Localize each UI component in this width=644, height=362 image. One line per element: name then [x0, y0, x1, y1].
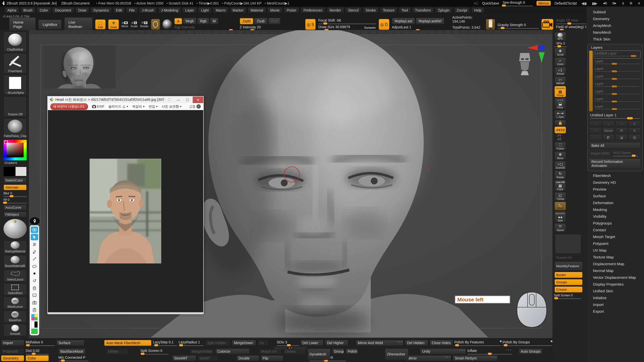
line-tool-button[interactable] — [31, 256, 38, 262]
bottom-control[interactable]: Auto Mask FiberMesh — [104, 340, 151, 346]
brush-size-dot[interactable] — [31, 270, 38, 277]
bottom-control[interactable]: Colorize — [215, 348, 250, 354]
tool-palette-item[interactable]: Display Properties — [586, 281, 644, 288]
menu-item[interactable]: J-Modeling — [158, 7, 181, 13]
bottom-control[interactable]: Delete — [106, 348, 128, 354]
switchcolor-button[interactable]: SwitchColor — [4, 177, 27, 183]
tool-palette-item[interactable]: Deformation — [586, 199, 644, 206]
edit-button[interactable]: ⬚ Edit — [95, 19, 106, 29]
layer-row[interactable]: Layer — [594, 96, 641, 104]
right-tray-toggle-icon[interactable]: ▮▮▸ — [591, 2, 598, 5]
texture-thumbnail[interactable] — [555, 234, 581, 254]
tool-palette-item[interactable]: NanoMesh — [586, 29, 644, 36]
bottom-control[interactable]: Color — [26, 355, 49, 361]
bookmark-menu[interactable]: 책갈피 — [132, 104, 145, 109]
floor-button[interactable]: X Y Z ⬓ Floor — [554, 98, 566, 109]
rotate-z-button[interactable]: ↺Z — [557, 138, 586, 141]
transparency-button[interactable]: ◱Transp — [554, 192, 566, 201]
tool-palette-item[interactable]: FiberMesh — [586, 172, 644, 179]
select-lasso-brush[interactable]: SelectLasso — [4, 270, 27, 282]
tool-palette-item[interactable]: Preview — [586, 186, 644, 193]
tool-palette-item[interactable]: Contact — [586, 227, 644, 233]
default-zscript-button[interactable]: DefaultZScript — [554, 1, 577, 5]
clipboard-button[interactable] — [31, 307, 38, 313]
focal-shift-slider[interactable]: Focal Shift -56 — [318, 18, 376, 24]
actual-button[interactable]: ⌕1Actual — [554, 67, 566, 76]
menu-item[interactable]: Material — [248, 7, 266, 13]
bottom-control[interactable]: DynaMesh — [307, 348, 331, 360]
menu-item[interactable]: J-Brush — [139, 7, 157, 13]
slideshow-menu[interactable]: 슬라이드 쇼 — [108, 104, 128, 109]
menu-item[interactable]: Movie — [267, 7, 282, 13]
layer-action-button[interactable]: → — [615, 121, 628, 127]
photo-viewer-window[interactable]: Head 사진 레퍼런스 > 49217dd52f7d7b542151af3f2… — [47, 96, 204, 314]
tool-palette-item[interactable]: Vector Displacement Map — [586, 274, 644, 281]
tool-palette-item[interactable]: Polypaint — [586, 240, 644, 247]
smooth-brush[interactable]: Smooth — [4, 324, 27, 336]
document-canvas[interactable]: Head 사진 레퍼런스 > 49217dd52f7d7b542151af3f2… — [29, 30, 552, 338]
bottom-control[interactable]: Inflate x y z — [467, 348, 512, 354]
tool-palette-item[interactable]: Export — [586, 308, 644, 315]
menu-item[interactable]: Stroke — [363, 7, 379, 13]
lock-camera-button[interactable]: 🔒 — [554, 120, 566, 126]
menu-item[interactable]: Light — [198, 7, 211, 13]
border-button[interactable]: Border — [554, 272, 583, 278]
bottom-control[interactable]: ProjectAll — [1, 348, 24, 354]
color-palette-grid[interactable] — [31, 314, 38, 321]
menu-item[interactable]: Macro — [213, 7, 228, 13]
current-pen-color[interactable] — [31, 329, 38, 334]
bottom-control[interactable]: BackfaceMask — [58, 348, 86, 354]
stroke-picker-button[interactable] — [151, 19, 160, 30]
mask-lasso-brush[interactable]: MaskLasso — [4, 297, 27, 309]
bottom-control[interactable]: Auto Groups — [519, 348, 542, 354]
material-picker-button[interactable] — [163, 19, 172, 29]
tool-palette-item[interactable]: Geometry — [586, 15, 644, 22]
bottom-control[interactable]: Unify x y z — [420, 348, 466, 354]
minimize-icon[interactable]: ⊻ — [621, 2, 625, 5]
bw-swatches[interactable] — [31, 321, 38, 328]
layer-action-button[interactable]: ▨ — [628, 134, 641, 140]
move-3d-button[interactable]: ✥Move — [554, 151, 566, 160]
camera-button[interactable] — [541, 19, 553, 30]
bottom-control[interactable]: Del Higher — [325, 340, 348, 346]
draw-size-slider[interactable]: Draw Size 30.69679 — [318, 25, 364, 31]
scale-button[interactable]: ⧈S Scale — [131, 21, 138, 28]
bottom-control[interactable]: SDiv 3 — [277, 340, 299, 346]
see-through-slider[interactable]: See-through 0 — [503, 1, 533, 6]
layer-row[interactable]: Layer — [594, 89, 641, 96]
home-page-button[interactable]: Home Page — [9, 17, 36, 31]
menu-item[interactable]: Layer — [182, 7, 197, 13]
tool-palette-item[interactable]: ArrayMesh — [586, 22, 644, 29]
layer-action-button[interactable]: ✕ — [628, 127, 641, 133]
cursor-tool-button[interactable] — [31, 234, 38, 240]
menu-item[interactable]: Alpha — [5, 7, 19, 13]
rotate-button[interactable]: ↺R Rotate — [140, 21, 148, 28]
zadd-button[interactable]: Zadd — [240, 18, 253, 24]
layer-action-button[interactable]: ⧉ — [615, 127, 628, 133]
viewer-maximize-icon[interactable]: ☐ — [184, 97, 191, 103]
tool-palette-item[interactable]: UV Map — [586, 247, 644, 254]
bottom-control[interactable]: Mirror x y z — [406, 355, 451, 361]
screenshot-button[interactable] — [31, 299, 38, 306]
tool-palette-item[interactable]: Polygroups — [586, 220, 644, 227]
zoom-button[interactable]: ⌕Zoom — [554, 57, 566, 66]
layer-row[interactable]: Layer — [594, 81, 641, 89]
tool-palette-item[interactable]: Masking — [586, 206, 644, 213]
bottom-control[interactable]: Flip — [261, 355, 283, 361]
polyframe-button[interactable]: Line Fill ▦ PolyF — [554, 180, 566, 191]
bpr-button[interactable]: BPR — [554, 32, 566, 41]
viewer-close-icon[interactable]: ✕ — [193, 97, 203, 103]
layers-panel-title[interactable]: Layers — [589, 45, 641, 50]
live-boolean-button[interactable]: Live Boolean — [64, 17, 93, 31]
scroll-button[interactable]: ✥Scroll — [554, 48, 566, 57]
color-picker[interactable] — [4, 140, 27, 160]
menu-item[interactable]: Render — [327, 7, 344, 13]
gravity-strength-slider[interactable]: Gravity Strength 0 — [498, 23, 539, 29]
bottom-control[interactable]: Geometry — [1, 355, 24, 361]
startup-material-item[interactable]: StartupMaterial — [4, 241, 27, 254]
menu-item[interactable]: Texture — [380, 7, 397, 13]
bake-all-button[interactable]: Bake All — [589, 142, 641, 149]
tool-palette-item[interactable]: Normal Map — [586, 267, 644, 274]
menu-item[interactable]: Dynamics — [91, 7, 111, 13]
lightbox-button[interactable]: LightBox — [38, 20, 61, 29]
